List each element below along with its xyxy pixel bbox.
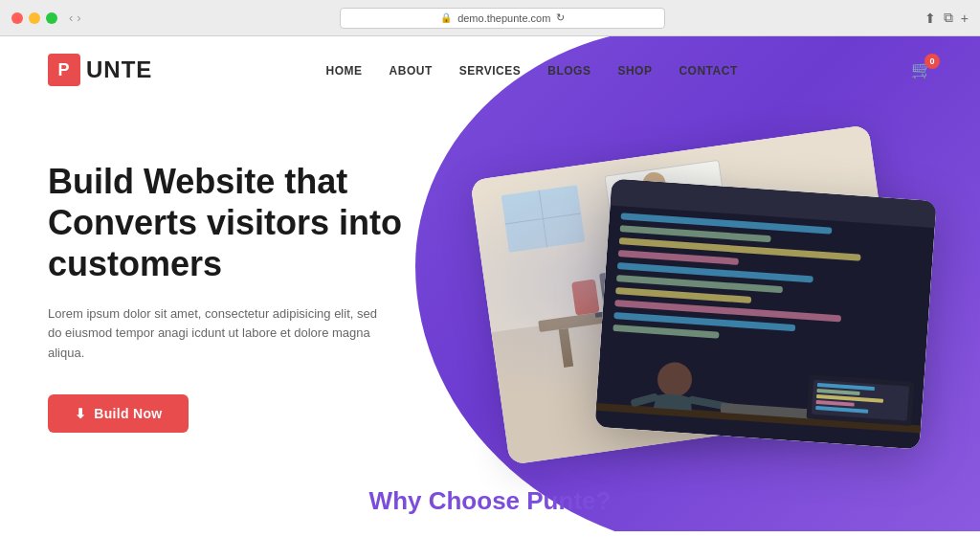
back-arrow[interactable]: ‹ <box>69 11 73 25</box>
browser-actions: ⬆ ⧉ + <box>924 10 969 26</box>
navbar: P UNTE HOME ABOUT SERVICES BLOGS SHOP CO… <box>0 36 980 103</box>
svg-rect-16 <box>571 280 600 316</box>
logo-letter: P <box>57 60 70 80</box>
website-content: P UNTE HOME ABOUT SERVICES BLOGS SHOP CO… <box>0 36 980 531</box>
bottom-section-preview: Why Choose Punte? <box>0 467 980 516</box>
share-icon[interactable]: ⬆ <box>924 11 936 26</box>
why-choose-brand: Punte? <box>526 486 611 515</box>
nav-link-services[interactable]: SERVICES <box>459 64 521 78</box>
hero-title: Build Website that Converts visitors int… <box>48 161 450 285</box>
add-tab-icon[interactable]: + <box>961 11 969 26</box>
svg-rect-2 <box>501 185 586 253</box>
hero-devices <box>469 132 932 477</box>
minimize-button[interactable] <box>29 12 40 24</box>
nav-link-about[interactable]: ABOUT <box>390 64 433 78</box>
nav-links: HOME ABOUT SERVICES BLOGS SHOP CONTACT <box>326 61 738 78</box>
svg-line-3 <box>539 190 546 247</box>
code-screen <box>594 178 936 449</box>
browser-chrome: ‹ › 🔒 demo.thepunte.com ↻ ⬆ ⧉ + <box>0 0 980 36</box>
why-choose-prefix: Why Choose <box>369 486 527 515</box>
close-button[interactable] <box>11 12 23 24</box>
forward-arrow[interactable]: › <box>77 11 80 25</box>
hero-description: Lorem ipsum dolor sit amet, consectetur … <box>48 304 392 364</box>
browser-navigation: ‹ › <box>69 11 81 25</box>
maximize-button[interactable] <box>46 12 57 24</box>
nav-link-home[interactable]: HOME <box>326 64 363 78</box>
build-now-label: Build Now <box>94 406 162 421</box>
traffic-lights <box>11 12 57 24</box>
svg-line-4 <box>505 213 581 224</box>
cart-badge: 0 <box>924 54 940 69</box>
new-tab-icon[interactable]: ⧉ <box>944 10 953 26</box>
nav-link-shop[interactable]: SHOP <box>617 64 652 78</box>
svg-line-20 <box>635 396 654 404</box>
logo-icon: P <box>48 54 80 86</box>
nav-item-home[interactable]: HOME <box>326 61 363 78</box>
nav-link-blogs[interactable]: BLOGS <box>547 64 590 78</box>
download-icon: ⬇ <box>75 406 86 421</box>
hero-text: Build Website that Converts visitors int… <box>48 132 450 433</box>
reload-icon[interactable]: ↻ <box>556 11 565 24</box>
why-choose-heading: Why Choose Punte? <box>0 486 980 516</box>
build-now-button[interactable]: ⬇ Build Now <box>48 394 189 433</box>
cart-button[interactable]: 🛒 0 <box>911 59 932 80</box>
code-editor-lines <box>612 213 923 358</box>
device-laptop-front <box>594 178 936 449</box>
hero-section: Build Website that Converts visitors int… <box>0 103 980 467</box>
nav-item-services[interactable]: SERVICES <box>459 61 521 78</box>
logo-brand: UNTE <box>86 56 152 83</box>
url-text: demo.thepunte.com <box>457 12 550 24</box>
nav-link-contact[interactable]: CONTACT <box>679 64 737 78</box>
nav-item-shop[interactable]: SHOP <box>617 61 652 78</box>
nav-item-about[interactable]: ABOUT <box>390 61 433 78</box>
logo[interactable]: P UNTE <box>48 54 152 86</box>
svg-point-19 <box>657 361 693 397</box>
nav-item-blogs[interactable]: BLOGS <box>547 61 590 78</box>
nav-item-contact[interactable]: CONTACT <box>679 61 737 78</box>
address-bar-container: 🔒 demo.thepunte.com ↻ <box>89 8 917 29</box>
svg-rect-11 <box>559 328 573 368</box>
lock-icon: 🔒 <box>440 12 452 23</box>
address-bar[interactable]: 🔒 demo.thepunte.com ↻ <box>340 8 665 29</box>
